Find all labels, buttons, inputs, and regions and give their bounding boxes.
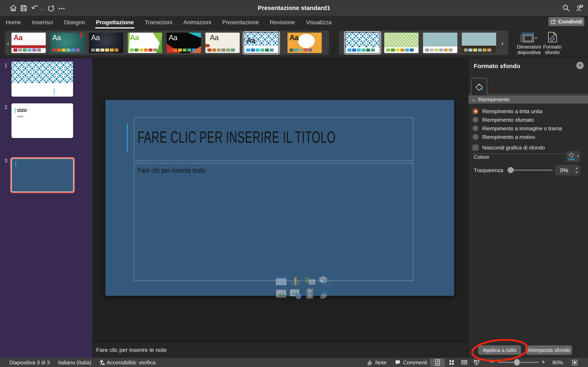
fill-option-picture-texture[interactable]: Riempimento a immagine o trama — [472, 125, 562, 132]
slide-sorter-view-button[interactable] — [447, 358, 457, 367]
search-icon[interactable] — [562, 4, 570, 12]
slideshow-icon — [473, 359, 480, 366]
slideshow-view-button[interactable] — [471, 358, 482, 367]
transparency-label: Trasparenza — [474, 167, 503, 174]
reset-background-button[interactable]: Reimposta sfondo — [526, 345, 572, 355]
transparency-value-box[interactable]: 0% ▲ ▼ — [555, 165, 580, 175]
language-indicator[interactable]: Italiano (Italia) — [58, 359, 91, 366]
accent-bar — [15, 108, 16, 113]
accessibility-status[interactable]: Accessibilità: verifica — [107, 359, 156, 366]
insert-picture-icon[interactable] — [275, 288, 288, 299]
theme-orange-badge[interactable]: Aa — [287, 33, 322, 53]
theme-blue-circles-selected[interactable]: Aa — [244, 33, 278, 53]
zoom-level[interactable]: 90% — [552, 359, 563, 366]
thumb-title: DDDD — [17, 108, 27, 113]
notes-toggle[interactable]: Note — [375, 359, 387, 366]
slide-canvas[interactable]: FARE CLIC PER INSERIRE IL TITOLO Fare cl… — [105, 100, 454, 296]
variant-blue-circles-selected[interactable] — [346, 33, 380, 53]
slide-number: 3 — [0, 158, 7, 164]
statusbar: Diapositiva 3 di 3 Italiano (Italia) Acc… — [0, 358, 588, 367]
radio[interactable] — [472, 125, 479, 132]
comments-toggle[interactable]: Commenti — [403, 359, 427, 366]
paint-bucket-icon — [568, 152, 575, 158]
radio[interactable] — [472, 117, 479, 123]
tab-transizioni[interactable]: Transizioni — [144, 18, 173, 26]
format-background-button[interactable]: Formato sfondo — [536, 32, 569, 55]
comments-icon — [395, 360, 401, 365]
reading-view-button[interactable] — [459, 358, 470, 367]
share-button[interactable]: Condividi — [548, 17, 584, 26]
content-placeholder[interactable]: Fare clic per inserire testo — [134, 163, 413, 281]
slide-thumbnails-panel: 1 2 DDDD ddddd 3 — [0, 58, 93, 358]
transparency-slider-track[interactable] — [507, 170, 553, 171]
insert-smartart-icon[interactable] — [303, 275, 316, 287]
powerpoint-window: ⌄ ••• Presentazione standard1 Home Inser… — [0, 0, 588, 367]
title-placeholder[interactable]: FARE CLIC PER INSERIRE IL TITOLO — [134, 117, 413, 161]
notes-placeholder-text: Fare clic per inserire le note — [96, 347, 167, 353]
tab-inserisci[interactable]: Inserisci — [32, 18, 53, 26]
notes-pane[interactable]: Fare clic per inserire le note — [93, 342, 468, 358]
variant-teal-flat[interactable] — [423, 33, 457, 53]
insert-online-picture-icon[interactable] — [289, 288, 302, 299]
panel-title: Formato sfondo — [474, 63, 520, 69]
thumb-body: ddddd — [17, 115, 24, 118]
fill-option-gradient[interactable]: Riempimento sfumato — [472, 117, 534, 123]
fit-to-window-button[interactable] — [570, 358, 580, 367]
fill-color-button[interactable]: ▼ — [566, 151, 580, 162]
tab-presentazione[interactable]: Presentazione — [222, 18, 259, 26]
stepper-down-icon[interactable]: ▼ — [574, 171, 579, 174]
fill-option-solid[interactable]: Riempimento a tinta unita — [472, 108, 543, 115]
zoom-in-button[interactable]: + — [541, 358, 545, 366]
theme-cream-branch[interactable]: Aa — [205, 33, 240, 53]
insert-table-icon[interactable] — [275, 275, 288, 287]
slide-thumbnail-3-selected[interactable] — [10, 157, 75, 193]
transparency-slider-thumb[interactable] — [508, 167, 514, 173]
tab-animazioni[interactable]: Animazioni — [183, 18, 212, 26]
hide-background-graphics[interactable]: Nascondi grafica di sfondo — [472, 144, 545, 151]
tab-progettazione[interactable]: Progettazione — [95, 18, 134, 26]
theme-black-flame[interactable]: Aa — [167, 33, 201, 53]
apply-to-all-button[interactable]: Applica a tutto — [478, 345, 521, 355]
close-panel-icon[interactable]: ✕ — [576, 62, 584, 69]
ribbon-tabs: Home Inserisci Disegno Progettazione Tra… — [5, 16, 332, 29]
theme-red-brick[interactable]: Aa — [11, 33, 46, 53]
circle-pattern-green — [384, 33, 419, 47]
stepper-up-icon[interactable]: ▲ — [574, 166, 579, 169]
notes-icon — [367, 360, 373, 365]
accent-line — [127, 124, 128, 152]
slide-number: 2 — [0, 104, 7, 110]
account-people-icon[interactable] — [576, 4, 584, 12]
variant-gallery: › — [339, 31, 508, 55]
fill-option-pattern[interactable]: Riempimento a motivo — [472, 133, 535, 141]
zoom-out-button[interactable]: − — [490, 358, 494, 366]
slide-counter[interactable]: Diapositiva 3 di 3 — [9, 359, 50, 366]
slide-thumbnail-1[interactable] — [11, 62, 73, 97]
gallery-scroll-left-icon[interactable]: ‹ — [7, 40, 9, 47]
radio[interactable] — [472, 134, 479, 140]
theme-green-facet[interactable]: Aa — [128, 33, 162, 53]
variant-green-circles[interactable] — [384, 33, 419, 53]
fit-to-window-icon — [572, 359, 578, 366]
variant-teal-dark-band[interactable] — [462, 33, 496, 53]
circle-pattern — [346, 33, 380, 47]
gallery-scroll-right-icon[interactable]: › — [501, 40, 503, 47]
theme-dark-navy[interactable]: Aa — [89, 33, 123, 53]
theme-teal-gradient[interactable]: Aa — [50, 33, 85, 53]
radio-selected[interactable] — [472, 108, 479, 114]
insert-3d-model-icon[interactable] — [318, 275, 330, 287]
zoom-slider-thumb[interactable] — [514, 359, 520, 366]
tab-disegno[interactable]: Disegno — [63, 18, 85, 26]
checkbox[interactable] — [472, 145, 479, 151]
slide-size-icon — [520, 32, 538, 42]
insert-stock-image-icon[interactable] — [318, 288, 330, 299]
fill-tab[interactable] — [471, 78, 487, 95]
titlebar: ⌄ ••• Presentazione standard1 — [0, 0, 588, 16]
insert-video-icon[interactable] — [303, 288, 316, 299]
riempimento-section-header[interactable]: ⌄ Riempimento — [468, 95, 588, 104]
tab-home[interactable]: Home — [5, 18, 21, 26]
tab-visualizza[interactable]: Visualizza — [306, 18, 332, 26]
slide-thumbnail-2[interactable]: DDDD ddddd — [11, 103, 73, 138]
tab-revisione[interactable]: Revisione — [269, 18, 295, 26]
normal-view-button[interactable] — [430, 358, 445, 367]
insert-chart-icon[interactable] — [289, 275, 302, 287]
